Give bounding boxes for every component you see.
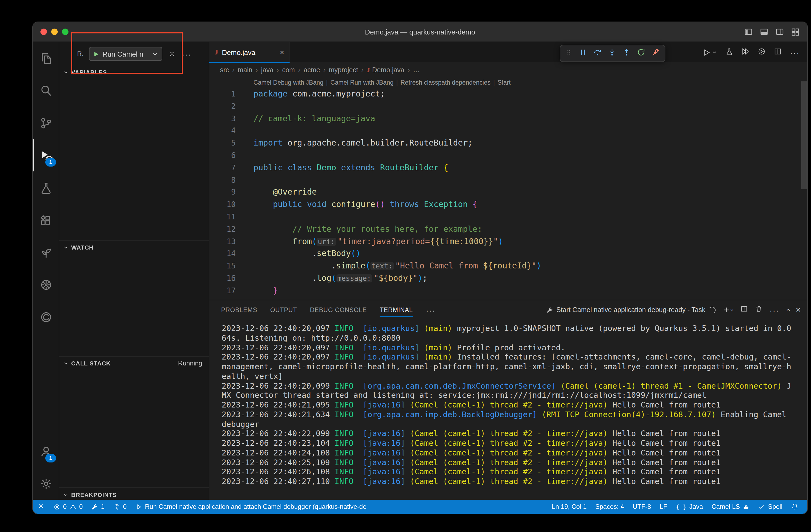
code-line[interactable]: 10 public void configure() throws Except… — [209, 198, 807, 211]
code-line-text[interactable] — [236, 149, 254, 162]
run-all-icon[interactable] — [741, 47, 750, 58]
tab-output[interactable]: OUTPUT — [270, 300, 297, 319]
debug-status[interactable]: Run Camel native application and attach … — [131, 500, 371, 514]
panel-more-actions-icon[interactable]: ··· — [769, 306, 779, 314]
settings-gear-icon[interactable] — [33, 467, 59, 500]
start-debugging-icon[interactable] — [93, 51, 99, 57]
window-close-button[interactable] — [41, 29, 47, 35]
window-zoom-button[interactable] — [62, 29, 68, 35]
code-line-text[interactable] — [236, 174, 254, 186]
code-line[interactable]: 12 // Write your routes here, for exampl… — [209, 223, 807, 236]
line-number[interactable]: 2 — [209, 100, 236, 113]
line-number[interactable]: 6 — [209, 149, 236, 162]
code-line-text[interactable]: .log(message:"${body}"); — [236, 272, 427, 285]
watch-section-header[interactable]: › WATCH — [59, 240, 209, 254]
watch-section-body[interactable] — [59, 254, 209, 356]
camel-extension-icon[interactable] — [33, 301, 59, 333]
code-line[interactable]: 17 } — [209, 285, 807, 297]
breadcrumb-item[interactable]: com — [282, 66, 295, 74]
line-number[interactable]: 8 — [209, 174, 236, 186]
code-line[interactable]: 11 — [209, 211, 807, 223]
more-actions-icon[interactable]: ··· — [790, 48, 800, 56]
codelens-link[interactable]: Start — [498, 79, 511, 86]
line-number[interactable]: 12 — [209, 223, 236, 236]
code-line-text[interactable]: @Override — [236, 186, 317, 199]
plant-extension-icon[interactable] — [33, 236, 59, 268]
title-bar[interactable]: Demo.java — quarkus-native-demo — [33, 22, 807, 42]
code-line-text[interactable]: from(uri:"timer:java?period={{time:1000}… — [236, 235, 503, 248]
camel-ls-status[interactable]: Camel LS — [707, 500, 754, 514]
call-stack-section-header[interactable]: › CALL STACK Running — [59, 356, 209, 370]
notifications-bell-icon[interactable] — [787, 500, 803, 514]
code-line[interactable]: 8 — [209, 174, 807, 186]
terminal-output[interactable]: 2023-12-06 22:40:20,097 INFO [io.quarkus… — [209, 319, 807, 500]
code-line-text[interactable]: .setBody() — [236, 248, 361, 260]
code-line[interactable]: 15 .simple(text:"Hello Camel from ${rout… — [209, 260, 807, 272]
step-into-button[interactable] — [608, 48, 616, 59]
tab-terminal[interactable]: TERMINAL — [380, 300, 413, 319]
run-java-button[interactable] — [703, 48, 717, 56]
run-and-debug-icon[interactable]: 1 — [33, 139, 59, 171]
kill-terminal-trash-icon[interactable] — [755, 305, 763, 315]
play-circle-icon[interactable] — [758, 47, 766, 58]
close-panel-icon[interactable]: × — [796, 306, 801, 314]
code-line[interactable]: 6 — [209, 149, 807, 162]
toggle-secondary-sidebar-icon[interactable] — [776, 28, 784, 36]
code-line-text[interactable]: // camel-k: language=java — [236, 112, 375, 125]
customize-layout-icon[interactable] — [791, 28, 800, 36]
codelens-link[interactable]: Camel Debug with JBang — [254, 79, 323, 86]
breadcrumb-item[interactable]: … — [413, 66, 420, 74]
eol-status[interactable]: LF — [655, 500, 672, 514]
code-line[interactable]: 5import org.apache.camel.builder.RouteBu… — [209, 137, 807, 149]
debug-settings-gear-icon[interactable] — [168, 50, 176, 58]
spell-status[interactable]: Spell — [754, 500, 787, 514]
code-line-text[interactable] — [236, 100, 254, 113]
code-line-text[interactable] — [236, 125, 254, 137]
language-mode[interactable]: { } Java — [672, 500, 707, 514]
code-line[interactable]: 4 — [209, 125, 807, 137]
step-out-button[interactable] — [622, 48, 631, 59]
breadcrumb-item[interactable]: JDemo.java — [367, 66, 404, 74]
code-editor[interactable]: Camel Debug with JBang|Camel Run with JB… — [209, 77, 807, 300]
breadcrumb-item[interactable]: java — [261, 66, 273, 74]
tab-debug-console[interactable]: DEBUG CONSOLE — [310, 300, 367, 319]
ports-status[interactable]: 0 — [109, 500, 131, 514]
tab-problems[interactable]: PROBLEMS — [221, 300, 257, 319]
call-stack-section-body[interactable] — [59, 370, 209, 487]
line-number[interactable]: 10 — [209, 198, 236, 211]
code-line[interactable]: 14 .setBody() — [209, 248, 807, 260]
split-editor-icon[interactable] — [774, 47, 782, 58]
line-number[interactable]: 5 — [209, 137, 236, 149]
panel-more-tabs-icon[interactable]: ··· — [426, 306, 435, 314]
line-number[interactable]: 17 — [209, 285, 236, 297]
tab-demo-java[interactable]: J Demo.java × — [209, 42, 290, 63]
pause-button[interactable] — [579, 48, 587, 59]
line-number[interactable]: 1 — [209, 88, 236, 100]
codelens-link[interactable]: Camel Run with JBang — [331, 79, 394, 86]
code-line-text[interactable]: // Write your routes here, for example: — [236, 223, 482, 236]
line-number[interactable]: 11 — [209, 211, 236, 223]
accounts-icon[interactable]: 1 — [33, 435, 59, 467]
source-control-icon[interactable] — [33, 107, 59, 139]
disconnect-button[interactable] — [652, 48, 660, 59]
breadcrumb-item[interactable]: main — [238, 66, 253, 74]
tab-close-icon[interactable]: × — [280, 48, 284, 57]
code-line[interactable]: 1package com.acme.myproject; — [209, 88, 807, 100]
codelens-link[interactable]: Refresh classpath dependencies — [401, 79, 491, 86]
chevron-down-icon[interactable]: › — [729, 309, 736, 311]
code-line-text[interactable]: public void configure() throws Exception… — [236, 198, 477, 211]
maximize-panel-icon[interactable]: › — [783, 309, 792, 311]
explorer-icon[interactable] — [33, 42, 59, 74]
code-line[interactable]: 3// camel-k: language=java — [209, 112, 807, 125]
step-over-button[interactable] — [593, 48, 602, 59]
search-icon[interactable] — [33, 74, 59, 107]
code-line[interactable]: 16 .log(message:"${body}"); — [209, 272, 807, 285]
restart-button[interactable] — [637, 48, 645, 59]
gripper-icon[interactable] — [565, 48, 573, 58]
run-tests-beaker-icon[interactable] — [725, 47, 733, 58]
launch-configuration-dropdown[interactable]: Run Camel n — [89, 47, 162, 61]
line-number[interactable]: 3 — [209, 112, 236, 125]
line-number[interactable]: 16 — [209, 272, 236, 285]
cursor-position[interactable]: Ln 19, Col 1 — [548, 500, 591, 514]
variables-section-header[interactable]: › VARIABLES — [59, 66, 209, 79]
